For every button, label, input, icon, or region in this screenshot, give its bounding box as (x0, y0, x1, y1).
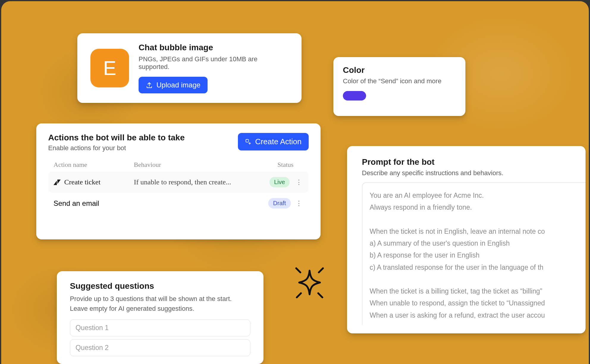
questions-subtitle: Provide up to 3 questions that will be s… (70, 294, 250, 313)
chat-bubble-image-card: E Chat bubble image PNGs, JPEGs and GIFs… (77, 33, 302, 103)
actions-title: Actions the bot will be able to take (48, 133, 185, 142)
question-input-2[interactable] (70, 339, 250, 356)
prompt-title: Prompt for the bot (362, 157, 586, 167)
action-name: Create ticket (64, 178, 101, 186)
status-badge-draft: Draft (268, 198, 291, 208)
actions-table-head: Action name Behaviour Status (48, 158, 309, 172)
action-row-create-ticket[interactable]: Create ticket If unable to respond, then… (48, 172, 309, 193)
avatar: E (90, 49, 129, 87)
create-action-icon (245, 139, 252, 145)
question-input-1[interactable] (70, 319, 250, 336)
zendesk-icon (54, 179, 61, 185)
upload-icon (146, 81, 153, 89)
status-badge-live: Live (269, 177, 290, 187)
row-menu-icon[interactable]: ⋮ (294, 178, 303, 186)
action-behaviour: If unable to respond, then create... (134, 178, 265, 186)
chat-bubble-subtitle: PNGs, JPEGs and GIFs under 10MB are supp… (139, 55, 288, 71)
action-row-send-email[interactable]: Send an email Draft ⋮ (48, 193, 309, 214)
color-title: Color (343, 65, 456, 75)
upload-image-button[interactable]: Upload image (139, 77, 208, 93)
actions-subtitle: Enable actions for your bot (48, 144, 185, 152)
create-action-button[interactable]: Create Action (238, 133, 309, 150)
questions-title: Suggested questions (70, 281, 250, 291)
color-subtitle: Color of the “Send” icon and more (343, 77, 456, 85)
prompt-subtitle: Describe any specific instructions and b… (362, 169, 586, 177)
svg-line-1 (296, 268, 300, 272)
prompt-card: Prompt for the bot Describe any specific… (347, 146, 586, 333)
col-behaviour: Behaviour (134, 161, 268, 169)
prompt-textarea[interactable]: You are an AI employee for Acme Inc. Alw… (362, 182, 586, 325)
svg-line-2 (319, 268, 323, 272)
col-status: Status (268, 161, 303, 169)
svg-line-4 (318, 293, 322, 297)
chat-bubble-title: Chat bubble image (139, 43, 288, 52)
suggested-questions-card: Suggested questions Provide up to 3 ques… (57, 271, 263, 364)
color-swatch[interactable] (343, 91, 366, 101)
upload-image-label: Upload image (156, 81, 200, 89)
create-action-label: Create Action (255, 137, 302, 146)
svg-rect-0 (246, 139, 249, 142)
col-action-name: Action name (54, 161, 134, 169)
action-name: Send an email (54, 199, 99, 208)
sparkle-icon (290, 262, 329, 304)
actions-card: Actions the bot will be able to take Ena… (36, 123, 321, 239)
row-menu-icon[interactable]: ⋮ (294, 200, 303, 207)
svg-line-3 (297, 293, 301, 297)
color-card: Color Color of the “Send” icon and more (333, 57, 465, 116)
